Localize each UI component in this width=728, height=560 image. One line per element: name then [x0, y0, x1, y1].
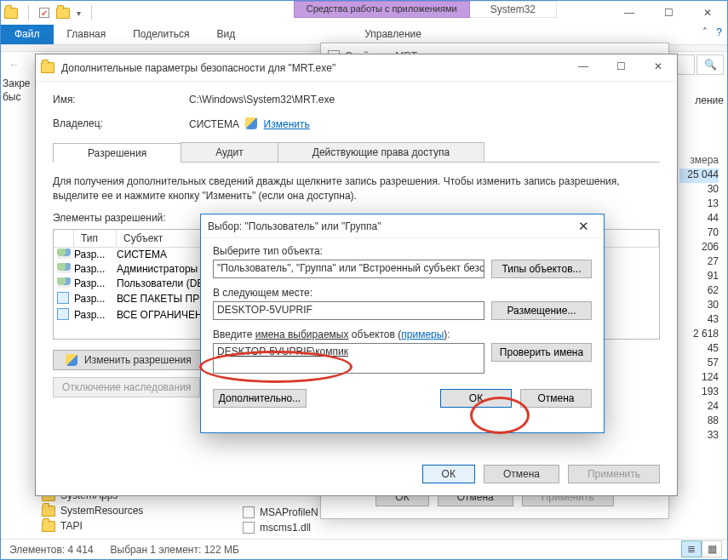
size-cell: 30 — [679, 183, 719, 197]
context-tab-apptools[interactable]: Средства работы с приложениями — [294, 1, 470, 18]
chevron-down-icon[interactable]: ▾ — [77, 9, 81, 18]
size-cell: 57 — [679, 357, 719, 371]
file-icon — [243, 522, 255, 534]
help-icon[interactable]: ? — [716, 26, 722, 38]
statusbar: Элементов: 4 414 Выбран 1 элемент: 122 М… — [1, 539, 727, 559]
size-cell: 24 — [679, 400, 719, 414]
view-icons-button[interactable]: ▦ — [702, 540, 722, 557]
folder-icon — [4, 8, 18, 19]
view-details-button[interactable]: ≣ — [681, 540, 702, 557]
close-button[interactable]: ✕ — [639, 54, 677, 78]
close-button[interactable]: ✕ — [688, 1, 727, 25]
col-type[interactable]: Тип — [74, 230, 117, 247]
file-list: MSAProfileN mscms1.dll — [243, 505, 318, 535]
list-item[interactable]: mscms1.dll — [243, 520, 318, 535]
size-cell: 43 — [679, 313, 719, 328]
size-cell: 45 — [679, 342, 719, 357]
package-icon — [57, 292, 69, 304]
minimize-button[interactable]: — — [565, 54, 602, 78]
folder-icon — [42, 521, 55, 532]
size-cell: 206 — [679, 241, 719, 255]
shield-icon — [245, 117, 257, 129]
change-owner-link[interactable]: Изменить — [264, 118, 310, 130]
titlebar: ✔ ▾ Средства работы с приложениями Syste… — [1, 1, 727, 25]
list-item[interactable]: MSAProfileN — [243, 505, 318, 520]
size-cell: 2 618 — [679, 328, 719, 342]
folder-icon — [56, 8, 70, 19]
cancel-button[interactable]: Отмена — [520, 389, 592, 408]
status-selected: Выбран 1 элемент: 122 МБ — [111, 544, 239, 556]
advanced-button[interactable]: Дополнительно... — [213, 389, 307, 408]
size-cell: 44 — [679, 212, 719, 226]
enter-names-label: Введите имена выбираемых объектов (приме… — [213, 329, 592, 340]
size-cell: 62 — [679, 284, 719, 299]
size-cell: 27 — [679, 255, 719, 270]
minimize-button[interactable]: — — [610, 1, 649, 25]
size-cell: 30 — [679, 299, 719, 313]
tree-item[interactable]: SystemResources — [42, 503, 143, 518]
users-icon — [57, 277, 71, 288]
size-cell: 88 — [679, 414, 719, 429]
location-field[interactable]: DESKTOP-5VUPRIF — [213, 301, 484, 320]
name-value: C:\Windows\System32\MRT.exe — [189, 94, 335, 106]
ribbon-tab-file[interactable]: Файл — [1, 25, 54, 44]
change-permissions-button[interactable]: Изменить разрешения — [53, 350, 201, 370]
ribbon-tab-manage[interactable]: Управление — [351, 25, 435, 44]
disable-inheritance-button[interactable]: Отключение наследования — [53, 377, 200, 397]
object-type-label: Выберите тип объекта: — [213, 245, 592, 257]
size-cell: 91 — [679, 270, 719, 284]
maximize-button[interactable]: ☐ — [649, 1, 688, 25]
package-icon — [57, 308, 69, 320]
owner-value: СИСТЕМА — [189, 118, 239, 130]
path-label: System32 — [470, 1, 557, 18]
users-icon — [57, 263, 71, 273]
advsec-apply-button[interactable]: Применить — [568, 465, 660, 483]
size-column: змера 25 044 30 13 44 70 206 27 91 62 30… — [679, 154, 719, 443]
ribbon-tab-home[interactable]: Главная — [54, 25, 120, 44]
size-cell: 124 — [679, 371, 719, 386]
examples-link[interactable]: примеры — [401, 329, 444, 340]
object-types-button[interactable]: Типы объектов... — [491, 260, 592, 278]
check-names-button[interactable]: Проверить имена — [491, 343, 592, 362]
maximize-button[interactable]: ☐ — [602, 54, 639, 78]
object-type-field[interactable]: "Пользователь", "Группа" или "Встроенный… — [213, 260, 484, 278]
tab-permissions[interactable]: Разрешения — [53, 143, 181, 163]
ribbon-tab-share[interactable]: Поделиться — [119, 25, 203, 44]
advsec-title: Дополнительные параметры безопасности дл… — [36, 54, 677, 82]
tree-item[interactable]: TAPI — [42, 518, 143, 534]
hint-text: Для получения дополнительных сведений дв… — [53, 174, 660, 203]
status-count: Элементов: 4 414 — [9, 544, 94, 556]
size-cell: 70 — [679, 226, 719, 241]
ribbon-tab-view[interactable]: Вид — [203, 25, 249, 44]
select-dialog-title: Выбор: "Пользователь" или "Группа" — [201, 214, 604, 238]
shield-icon — [66, 354, 77, 366]
folder-icon — [41, 62, 54, 73]
column-header-size[interactable]: змера — [679, 154, 719, 169]
size-cell: 193 — [679, 386, 719, 400]
owner-label: Владелец: — [53, 117, 189, 130]
nav-pane-clip: Закре быс — [3, 77, 31, 104]
close-button[interactable]: ✕ — [566, 216, 600, 237]
size-cell: 33 — [679, 429, 719, 443]
advsec-cancel-button[interactable]: Отмена — [484, 465, 559, 483]
qat-checkbox[interactable]: ✔ — [39, 8, 49, 18]
name-label: Имя: — [53, 94, 189, 106]
nav-pane-right-clip: ление — [695, 94, 724, 106]
advsec-ok-button[interactable]: ОК — [422, 465, 475, 483]
tab-audit[interactable]: Аудит — [181, 142, 278, 162]
location-label: В следующем месте: — [213, 287, 592, 299]
file-icon — [243, 506, 255, 518]
folder-icon — [42, 506, 55, 517]
ok-button[interactable]: ОК — [440, 389, 512, 408]
nav-back-button[interactable]: ← — [4, 54, 25, 75]
ribbon-expand-icon[interactable]: ˄ — [702, 26, 708, 38]
size-cell: 25 044 — [679, 169, 719, 183]
select-user-group-dialog: Выбор: "Пользователь" или "Группа" ✕ Выб… — [200, 214, 605, 433]
size-cell: 13 — [679, 197, 719, 212]
tab-effective[interactable]: Действующие права доступа — [278, 142, 484, 162]
object-names-input[interactable]: DESKTOP-5VUPRIF\компик — [213, 343, 484, 374]
locations-button[interactable]: Размещение... — [491, 301, 592, 320]
users-icon — [57, 249, 71, 259]
search-input[interactable]: 🔍 — [696, 54, 724, 75]
